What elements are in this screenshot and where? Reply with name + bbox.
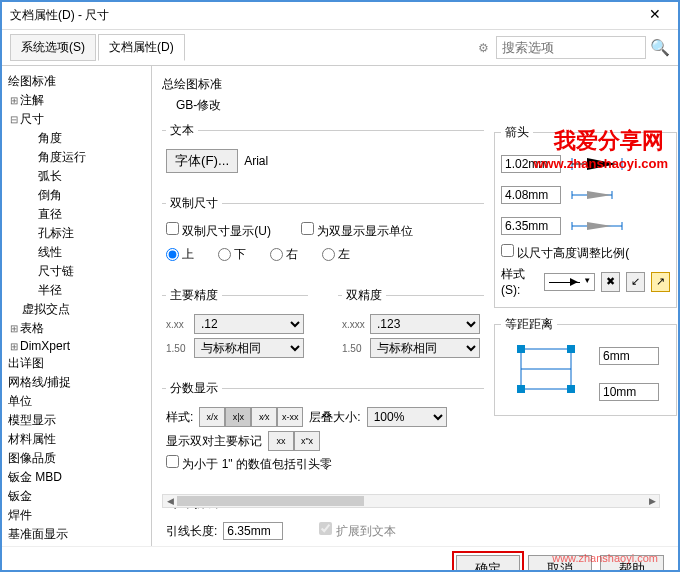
tree-angle-run[interactable]: 角度运行 xyxy=(6,148,147,167)
tree-detailing[interactable]: 出详图 xyxy=(6,354,147,373)
tree-arc-len[interactable]: 弧长 xyxy=(6,167,147,186)
leading-zero-check[interactable]: 为小于 1" 的数值包括引头零 xyxy=(166,455,332,473)
scroll-right-icon[interactable]: ▶ xyxy=(645,495,659,507)
stack-size-select[interactable]: 100% xyxy=(367,407,447,427)
arrow-legend: 箭头 xyxy=(501,124,533,141)
tree-grid[interactable]: 网格线/捕捉 xyxy=(6,373,147,392)
tree-angle[interactable]: 角度 xyxy=(6,129,147,148)
tree-weld[interactable]: 焊件 xyxy=(6,506,147,525)
dual-tol-select[interactable]: 与标称相同 xyxy=(370,338,480,358)
pos-right[interactable]: 右 xyxy=(270,246,298,263)
tree-material[interactable]: 材料属性 xyxy=(6,430,147,449)
tree-chamfer[interactable]: 倒角 xyxy=(6,186,147,205)
dual-units-check[interactable]: 为双显示显示单位 xyxy=(301,222,413,240)
tree-annotation[interactable]: ⊞注解 xyxy=(6,91,147,110)
primary-precision-legend: 主要精度 xyxy=(166,287,222,304)
tab-doc-props[interactable]: 文档属性(D) xyxy=(98,34,185,61)
tree-tables[interactable]: ⊞表格 xyxy=(6,319,147,338)
precision-icon: x.xxx xyxy=(342,319,364,330)
precision-icon: x.xx xyxy=(166,319,188,330)
leader-len-label: 引线长度: xyxy=(166,523,217,540)
tree-ordinate[interactable]: 尺寸链 xyxy=(6,262,147,281)
collapse-icon[interactable]: ⊟ xyxy=(8,114,20,125)
frac-style-4[interactable]: x-xx xyxy=(277,407,303,427)
svg-marker-11 xyxy=(587,222,612,230)
tree-diameter[interactable]: 直径 xyxy=(6,205,147,224)
tree-radius[interactable]: 半径 xyxy=(6,281,147,300)
frac-style-3[interactable]: x⁄x xyxy=(251,407,277,427)
arrow-style-label: 样式(S): xyxy=(501,266,538,297)
primary-precision-select[interactable]: .12 xyxy=(194,314,304,334)
tree-linear[interactable]: 线性 xyxy=(6,243,147,262)
tree-hole[interactable]: 孔标注 xyxy=(6,224,147,243)
equi-val-1[interactable] xyxy=(599,347,659,365)
dual-precision-select[interactable]: .123 xyxy=(370,314,480,334)
extend-check: 扩展到文本 xyxy=(319,522,395,540)
overall-standard-value: GB-修改 xyxy=(162,97,668,114)
arrow-tool-2[interactable]: ↙ xyxy=(626,272,645,292)
arrow-preview-3 xyxy=(567,212,627,240)
frac-style-2[interactable]: x|x xyxy=(225,407,251,427)
dual-show-check[interactable]: 双制尺寸显示(U) xyxy=(166,222,271,240)
equidistance-group: 等距距离 xyxy=(494,316,677,416)
stack-size-label: 层叠大小: xyxy=(309,409,360,426)
equidistance-preview xyxy=(501,339,591,409)
arrow-style-select[interactable] xyxy=(544,273,595,291)
watermark-text: 我爱分享网 xyxy=(554,126,664,156)
arrow-size-2[interactable] xyxy=(501,186,561,204)
tree-virtual[interactable]: 虚拟交点 xyxy=(6,300,147,319)
tree-plane[interactable]: 基准面显示 xyxy=(6,525,147,544)
tree-drawing-standard[interactable]: 绘图标准 xyxy=(6,72,147,91)
equi-val-2[interactable] xyxy=(599,383,659,401)
tab-system-options[interactable]: 系统选项(S) xyxy=(10,34,96,61)
tolerance-icon: 1.50 xyxy=(342,343,364,354)
svg-rect-18 xyxy=(567,345,575,353)
arrow-tool-1[interactable]: ✖ xyxy=(601,272,620,292)
dual-precision-group: 双精度 x.xxx.123 1.50与标称相同 xyxy=(338,287,484,372)
tree-units[interactable]: 单位 xyxy=(6,392,147,411)
expand-icon[interactable]: ⊞ xyxy=(8,95,20,106)
close-icon[interactable]: ✕ xyxy=(640,6,670,26)
tree-dimension[interactable]: ⊟尺寸 xyxy=(6,110,147,129)
primary-tol-select[interactable]: 与标称相同 xyxy=(194,338,304,358)
arrow-preview-2 xyxy=(567,181,627,209)
expand-icon[interactable]: ⊞ xyxy=(8,341,20,352)
expand-icon[interactable]: ⊞ xyxy=(8,323,20,334)
dual-legend: 双制尺寸 xyxy=(166,195,222,212)
tree-image-quality[interactable]: 图像品质 xyxy=(6,449,147,468)
scroll-thumb[interactable] xyxy=(177,496,364,506)
tree-model-display[interactable]: 模型显示 xyxy=(6,411,147,430)
leader-len-input[interactable] xyxy=(223,522,283,540)
pos-left[interactable]: 左 xyxy=(322,246,350,263)
font-button[interactable]: 字体(F)... xyxy=(166,149,238,173)
tree-config[interactable]: 配置 xyxy=(6,544,147,546)
arrow-scale-check[interactable]: 以尺寸高度调整比例( xyxy=(501,244,629,262)
fraction-group: 分数显示 样式: x/x x|x x⁄x x-xx 层叠大小: 100% xyxy=(162,380,484,487)
horizontal-scrollbar[interactable]: ◀ ▶ xyxy=(162,494,660,508)
search-input[interactable] xyxy=(496,36,646,59)
window-title: 文档属性(D) - 尺寸 xyxy=(10,7,640,24)
tree-sheet[interactable]: 钣金 xyxy=(6,487,147,506)
ok-button[interactable]: 确定 xyxy=(456,555,520,572)
svg-rect-19 xyxy=(517,385,525,393)
pos-top[interactable]: 上 xyxy=(166,246,194,263)
dual-group: 双制尺寸 双制尺寸显示(U) 为双显示显示单位 上 下 右 左 xyxy=(162,195,484,279)
arrow-size-3[interactable] xyxy=(501,217,561,235)
mark-style-1[interactable]: xx xyxy=(268,431,294,451)
arrow-tool-3[interactable]: ↗ xyxy=(651,272,670,292)
fraction-legend: 分数显示 xyxy=(166,380,222,397)
gear-icon xyxy=(478,41,492,55)
tree-dimxpert[interactable]: ⊞DimXpert xyxy=(6,338,147,354)
fraction-style-label: 样式: xyxy=(166,409,193,426)
svg-rect-17 xyxy=(517,345,525,353)
search-icon[interactable]: 🔍 xyxy=(650,38,670,58)
tree-sheet-mbd[interactable]: 钣金 MBD xyxy=(6,468,147,487)
pos-bottom[interactable]: 下 xyxy=(218,246,246,263)
frac-style-1[interactable]: x/x xyxy=(199,407,225,427)
svg-rect-20 xyxy=(567,385,575,393)
scroll-left-icon[interactable]: ◀ xyxy=(163,495,177,507)
mark-style-2[interactable]: x"x xyxy=(294,431,320,451)
watermark-url: www.zhanshaoyi.com xyxy=(533,156,668,171)
nav-tree[interactable]: 绘图标准 ⊞注解 ⊟尺寸 角度 角度运行 弧长 倒角 直径 孔标注 线性 尺寸链… xyxy=(2,66,152,546)
svg-marker-7 xyxy=(587,191,612,199)
